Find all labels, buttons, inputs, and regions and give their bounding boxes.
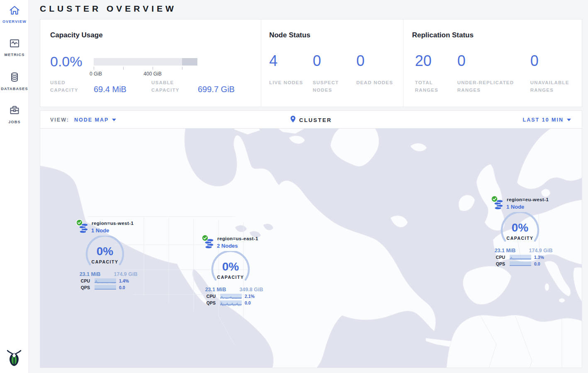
sidebar-item-databases[interactable]: DATABASES [0, 71, 29, 91]
node-region-label: region=eu-west-1 [507, 197, 549, 202]
node-count-link[interactable]: 2 Nodes [217, 243, 238, 249]
capacity-usage-section: Capacity Usage 0.0% 0 GiB 400 GiB USED C… [40, 20, 261, 107]
node-capacity-label: CAPACITY [85, 259, 125, 264]
database-stack-icon [78, 223, 89, 235]
cockroachdb-logo [6, 347, 22, 368]
node-capacity-label: CAPACITY [500, 236, 540, 241]
cpu-sparkline [95, 278, 116, 283]
sidebar-item-label: OVERVIEW [0, 20, 29, 24]
capacity-bar-tick [182, 67, 182, 70]
qps-sparkline [220, 300, 242, 305]
capacity-usage-title: Capacity Usage [50, 31, 103, 39]
map-node-us-west-1[interactable]: region=us-west-1 1 Node 0% CAPACITY 23.1… [76, 219, 142, 292]
qps-value: 0.0 [534, 261, 540, 266]
map-node-eu-west-1[interactable]: region=eu-west-1 1 Node 0% CAPACITY 23.1… [491, 195, 557, 268]
cpu-label: CPU [491, 255, 505, 260]
sidebar-item-label: DATABASES [0, 87, 29, 91]
metrics-chart-icon [9, 38, 20, 51]
node-capacity-percent: 0% [85, 245, 125, 258]
map-toolbar: VIEW: NODE MAP CLUSTER LAST 10 MIN [40, 110, 582, 129]
node-status-section: Node Status 4 LIVE NODES 0 SUSPECT NODES… [261, 20, 403, 107]
node-count-link[interactable]: 1 Node [91, 227, 109, 234]
node-used-capacity: 23.1 MiB [492, 248, 518, 254]
sidebar-item-label: METRICS [0, 53, 29, 57]
node-usable-capacity: 174.9 GiB [526, 248, 556, 254]
node-count-link[interactable]: 1 Node [506, 204, 524, 210]
database-stack-icon [204, 239, 215, 251]
cpu-value: 2.1% [245, 294, 255, 299]
chevron-down-icon [567, 119, 571, 121]
under-replicated-ranges-label: UNDER-REPLICATED RANGES [457, 79, 524, 94]
view-selector-dropdown[interactable]: NODE MAP [74, 117, 116, 123]
node-usable-capacity: 349.8 GiB [236, 287, 266, 293]
node-usable-capacity: 174.9 GiB [111, 271, 141, 277]
node-used-capacity: 23.1 MiB [202, 287, 229, 293]
database-stack-icon [493, 200, 504, 212]
cpu-label: CPU [202, 294, 216, 299]
chevron-down-icon [112, 119, 116, 121]
sidebar: OVERVIEW METRICS DATABASES JOBS [0, 0, 29, 373]
capacity-bar-tail [182, 58, 197, 66]
home-icon [9, 5, 20, 17]
live-nodes-value: 4 [269, 54, 277, 68]
qps-value: 0.0 [119, 285, 125, 290]
unavailable-ranges-value: 0 [530, 54, 539, 68]
sidebar-item-metrics[interactable]: METRICS [0, 38, 29, 57]
dead-nodes-value: 0 [356, 54, 364, 68]
view-label: VIEW: [50, 117, 69, 123]
database-icon [9, 71, 20, 85]
qps-sparkline [95, 285, 116, 290]
suspect-nodes-value: 0 [313, 54, 321, 68]
live-nodes-label: LIVE NODES [269, 79, 306, 86]
node-capacity-label: CAPACITY [211, 275, 250, 280]
cluster-overview-page: OVERVIEW METRICS DATABASES JOBS [0, 0, 588, 373]
capacity-bar-tick [123, 67, 124, 70]
capacity-bar [94, 58, 197, 66]
under-replicated-ranges-value: 0 [457, 54, 466, 68]
qps-sparkline [510, 261, 531, 266]
qps-label: QPS [202, 300, 216, 305]
view-selector-value: NODE MAP [74, 117, 109, 123]
capacity-bar-tick [94, 67, 94, 70]
used-capacity-label: USED CAPACITY [50, 79, 90, 94]
cpu-sparkline [220, 294, 242, 298]
sidebar-item-label: JOBS [0, 120, 29, 124]
sidebar-item-overview[interactable]: OVERVIEW [0, 5, 29, 24]
used-capacity-value: 69.4 MiB [94, 85, 126, 94]
capacity-bar-tick [153, 67, 153, 70]
summary-panel: Capacity Usage 0.0% 0 GiB 400 GiB USED C… [40, 19, 582, 107]
capacity-used-percent: 0.0% [50, 54, 83, 68]
node-used-capacity: 23.1 MiB [77, 271, 103, 277]
node-status-title: Node Status [269, 31, 310, 39]
map-node-us-east-1[interactable]: region=us-east-1 2 Nodes 0% CAPACITY 23.… [202, 234, 268, 307]
usable-capacity-label: USABLE CAPACITY [151, 79, 191, 94]
sidebar-item-jobs[interactable]: JOBS [0, 105, 29, 124]
dead-nodes-label: DEAD NODES [356, 79, 394, 86]
cpu-sparkline [510, 255, 531, 259]
node-capacity-percent: 0% [500, 221, 540, 234]
cpu-value: 1.4% [119, 278, 129, 283]
unavailable-ranges-label: UNAVAILABLE RANGES [530, 79, 580, 94]
qps-label: QPS [491, 261, 505, 266]
replication-status-title: Replication Status [412, 31, 474, 39]
capacity-tick-label-0: 0 GiB [90, 71, 102, 77]
node-region-label: region=us-west-1 [92, 221, 134, 226]
breadcrumb-cluster: CLUSTER [299, 117, 332, 123]
node-region-label: region=us-east-1 [217, 236, 258, 241]
time-range-value: LAST 10 MIN [523, 117, 564, 123]
replication-status-section: Replication Status 20 TOTAL RANGES 0 UND… [403, 20, 582, 107]
time-range-dropdown[interactable]: LAST 10 MIN [523, 117, 571, 123]
qps-value: 0.0 [245, 300, 251, 305]
location-pin-icon [290, 115, 296, 124]
node-map[interactable]: region=us-west-1 1 Node 0% CAPACITY 23.1… [40, 129, 582, 368]
page-title: CLUSTER OVERVIEW [40, 4, 177, 14]
total-ranges-label: TOTAL RANGES [415, 79, 448, 94]
cpu-label: CPU [76, 278, 90, 283]
suspect-nodes-label: SUSPECT NODES [313, 79, 350, 94]
briefcase-icon [9, 105, 20, 118]
capacity-tick-label-400: 400 GiB [143, 71, 161, 77]
cpu-value: 1.3% [534, 255, 544, 260]
total-ranges-value: 20 [415, 54, 432, 68]
node-capacity-percent: 0% [211, 260, 250, 273]
usable-capacity-value: 699.7 GiB [198, 85, 235, 94]
